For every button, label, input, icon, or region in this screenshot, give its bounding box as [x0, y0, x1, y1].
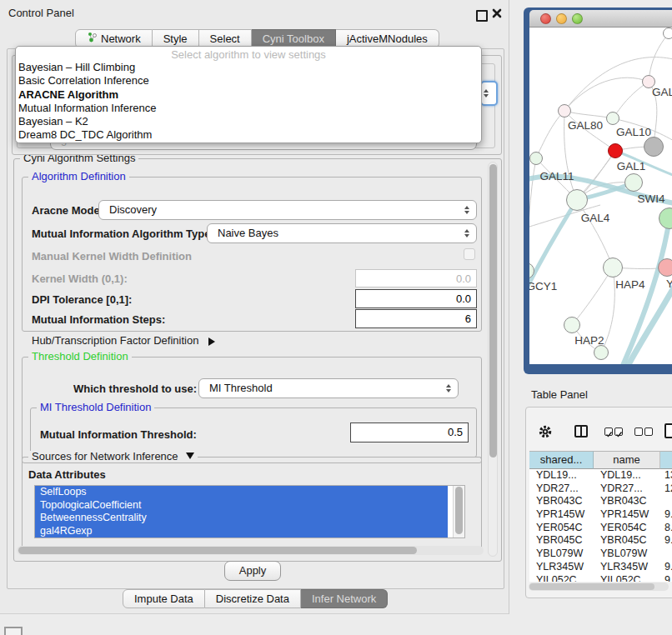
network-node[interactable] — [663, 28, 672, 39]
network-canvas[interactable]: GAL GAL80 GAL10 GAL1 GAL11 SWI4 GAL4 GCY… — [529, 28, 672, 364]
mi-steps-label: Mutual Information Steps: — [32, 313, 165, 326]
table-horizontal-scrollbar[interactable] — [529, 582, 669, 591]
hub-section-label[interactable]: Hub/Transcription Factor Definition — [32, 334, 215, 347]
scrollbar-thumb[interactable] — [455, 487, 463, 534]
gear-icon[interactable] — [538, 424, 553, 439]
algorithm-dropdown-popup: Select algorithm to view settings Bayesi… — [15, 46, 482, 143]
node-label: GAL — [652, 86, 672, 98]
node-label-gal80: GAL80 — [568, 119, 603, 132]
table-row[interactable]: YPR145WYPR145W9. — [529, 508, 672, 522]
network-node-salmon[interactable] — [658, 258, 672, 277]
table-row[interactable]: YBR043CYBR043C — [529, 495, 672, 508]
page-icon[interactable] — [664, 423, 672, 438]
table-panel: shared... name A YDL19...YDL19...13 YDR2… — [525, 407, 672, 598]
dpi-tolerance-field[interactable]: 0.0 — [355, 289, 477, 308]
table-row[interactable]: YDR27...YDR27...12 — [529, 482, 672, 496]
close-icon[interactable] — [492, 8, 502, 21]
combo-arrows-icon — [446, 384, 451, 392]
split-columns-icon[interactable] — [574, 425, 588, 438]
dropdown-item-bayesian-hill[interactable]: Bayesian – Hill Climbing — [16, 61, 481, 74]
node-table: shared... name A YDL19...YDL19...13 YDR2… — [529, 451, 672, 584]
node-label-gal4: GAL4 — [581, 212, 610, 224]
scrollbar-thumb[interactable] — [529, 583, 654, 590]
close-traffic-light[interactable] — [540, 13, 551, 24]
network-node-gal80[interactable] — [558, 104, 571, 118]
column-header-partial[interactable]: A — [660, 451, 672, 469]
table-row[interactable]: YIL052CYIL052C9 — [529, 574, 672, 582]
mi-algorithm-type-label: Mutual Information Algorithm Type: — [32, 228, 214, 240]
network-node-gal10[interactable] — [606, 112, 619, 125]
algorithm-combobox-fragment[interactable] — [480, 81, 498, 106]
table-row[interactable]: YDL19...YDL19...13 — [529, 469, 672, 482]
float-window-icon[interactable] — [476, 10, 488, 22]
zoom-traffic-light[interactable] — [572, 13, 583, 24]
apply-button[interactable]: Apply — [224, 561, 281, 581]
dropdown-item-basic-correlation[interactable]: Basic Correlation Inference — [16, 74, 481, 88]
aracne-mode-label: Aracne Mode: — [32, 204, 103, 217]
tab-impute-data[interactable]: Impute Data — [123, 589, 205, 608]
node-label-gcy1: GCY1 — [529, 280, 557, 292]
network-tab-icon — [87, 30, 97, 48]
minimized-panel-icon[interactable] — [4, 627, 23, 635]
tab-infer-network[interactable]: Infer Network — [301, 589, 388, 608]
sources-group-title[interactable]: Sources for Network Inference — [28, 451, 198, 462]
deselect-all-icon[interactable] — [634, 428, 653, 436]
list-item-betweennesscentrality[interactable]: BetweennessCentrality — [35, 512, 448, 525]
dropdown-item-bayesian-k2[interactable]: Bayesian – K2 — [16, 115, 481, 128]
dropdown-item-dream8[interactable]: Dream8 DC_TDC Algorithm — [16, 128, 481, 142]
column-header-shared-name[interactable]: shared... — [529, 451, 594, 469]
column-header-name[interactable]: name — [594, 451, 660, 469]
scrollbar-thumb[interactable] — [18, 547, 417, 554]
network-node-gal11[interactable] — [529, 152, 543, 165]
scrollbar-thumb[interactable] — [489, 164, 497, 458]
network-window-titlebar[interactable] — [529, 10, 672, 28]
mi-algorithm-type-combobox[interactable]: Naive Bayes — [207, 223, 477, 243]
combo-arrows-icon — [484, 89, 489, 98]
table-panel-title: Table Panel — [531, 388, 588, 401]
node-label-hap4: HAP4 — [615, 278, 644, 291]
settings-vertical-scrollbar[interactable] — [488, 162, 498, 557]
dropdown-item-mutual-information[interactable]: Mutual Information Inference — [16, 102, 481, 115]
network-node-gal4[interactable] — [566, 189, 588, 211]
table-header: shared... name A — [529, 451, 672, 469]
table-row[interactable]: YBL079WYBL079W — [529, 548, 672, 561]
node-label-swi4: SWI4 — [637, 192, 664, 205]
table-row[interactable]: YBR045CYBR045C9. — [529, 534, 672, 548]
list-item-topologicalcoefficient[interactable]: TopologicalCoefficient — [35, 499, 448, 512]
tab-discretize-data[interactable]: Discretize Data — [205, 589, 301, 608]
list-vertical-scrollbar[interactable] — [453, 486, 464, 538]
data-attributes-label: Data Attributes — [28, 468, 106, 481]
collapse-down-icon[interactable] — [186, 452, 194, 459]
node-label-hap2: HAP2 — [574, 334, 604, 347]
dropdown-hint: Select algorithm to view settings — [16, 48, 481, 61]
list-item-selfloops[interactable]: SelfLoops — [35, 486, 448, 499]
aracne-mode-combobox[interactable]: Discovery — [98, 200, 477, 220]
settings-horizontal-scrollbar[interactable] — [17, 546, 484, 555]
dropdown-item-aracne[interactable]: ARACNE Algorithm — [16, 88, 481, 102]
network-node-swi4[interactable] — [624, 173, 643, 192]
network-node[interactable] — [594, 345, 609, 360]
manual-kernel-width-checkbox — [464, 248, 475, 260]
node-label: Y — [666, 278, 672, 290]
data-attributes-list: SelfLoops TopologicalCoefficient Between… — [34, 485, 465, 538]
algorithm-definition-title: Algorithm Definition — [28, 171, 129, 182]
list-item-gal4rgexp[interactable]: gal4RGexp — [35, 525, 448, 538]
combo-arrows-icon — [464, 229, 469, 238]
which-threshold-combobox[interactable]: MI Threshold — [198, 378, 459, 398]
mi-threshold-group-title: MI Threshold Definition — [37, 402, 154, 413]
table-row[interactable]: YLR345WYLR345W9. — [529, 561, 672, 574]
mi-steps-field[interactable]: 6 — [355, 309, 477, 328]
kernel-width-label: Kernel Width (0,1): — [32, 272, 128, 285]
table-body: YDL19...YDL19...13 YDR27...YDR27...12 YB… — [529, 469, 672, 582]
select-all-icon[interactable] — [604, 428, 623, 436]
table-row[interactable]: YER054CYER054C8. — [529, 522, 672, 535]
network-node-gray[interactable] — [644, 137, 664, 157]
node-label-gal1: GAL1 — [617, 160, 646, 172]
network-node-hap4[interactable] — [603, 258, 623, 278]
expand-right-icon[interactable] — [208, 338, 215, 346]
mi-threshold-field[interactable]: 0.5 — [350, 422, 469, 442]
network-node-hap2[interactable] — [564, 317, 580, 333]
network-node-red[interactable] — [608, 143, 623, 158]
minimize-traffic-light[interactable] — [556, 13, 567, 24]
combo-arrows-icon — [464, 206, 469, 214]
